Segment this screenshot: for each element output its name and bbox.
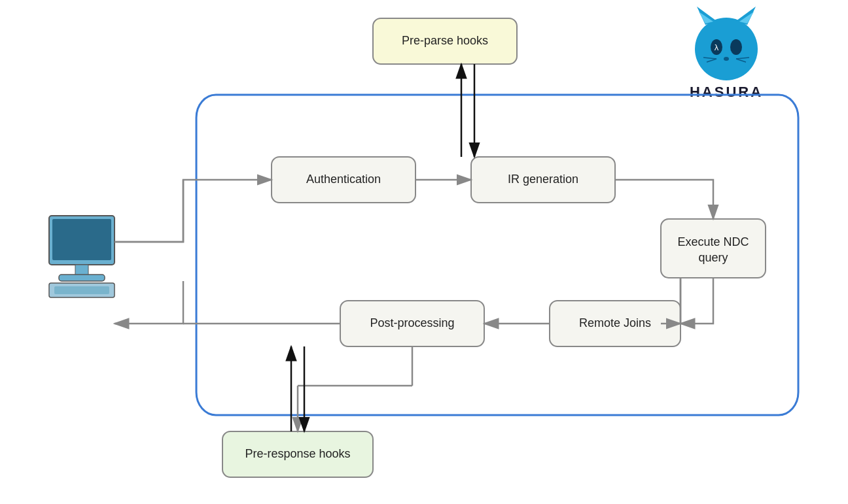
post-processing-label: Post-processing xyxy=(370,316,454,329)
svg-point-0 xyxy=(695,18,758,80)
return-to-computer-arrow xyxy=(115,281,183,324)
ir-generation-label: IR generation xyxy=(508,173,578,186)
svg-text:λ: λ xyxy=(715,42,719,52)
ir-to-execute-arrow xyxy=(615,180,713,219)
computer-to-auth-arrow xyxy=(115,180,272,242)
computer-icon xyxy=(49,216,115,297)
execute-ndc-box xyxy=(661,219,766,278)
svg-rect-14 xyxy=(52,219,111,260)
diagram-container: λ HASURA Pre-p xyxy=(0,0,848,504)
remote-joins-label: Remote Joins xyxy=(579,316,651,329)
svg-point-6 xyxy=(730,39,742,55)
pre-response-hooks-label: Pre-response hooks xyxy=(245,447,350,460)
hasura-logo: λ HASURA xyxy=(690,7,763,100)
svg-point-8 xyxy=(724,57,729,61)
brand-label: HASURA xyxy=(690,84,763,100)
svg-rect-16 xyxy=(59,275,105,281)
svg-rect-18 xyxy=(54,286,109,294)
execute-to-rj-arrow xyxy=(680,278,713,324)
execute-ndc-label2: query xyxy=(698,251,728,264)
comp-top-path xyxy=(115,180,183,242)
authentication-label: Authentication xyxy=(306,173,381,186)
execute-ndc-label: Execute NDC xyxy=(677,235,749,248)
pre-parse-hooks-label: Pre-parse hooks xyxy=(402,34,488,47)
